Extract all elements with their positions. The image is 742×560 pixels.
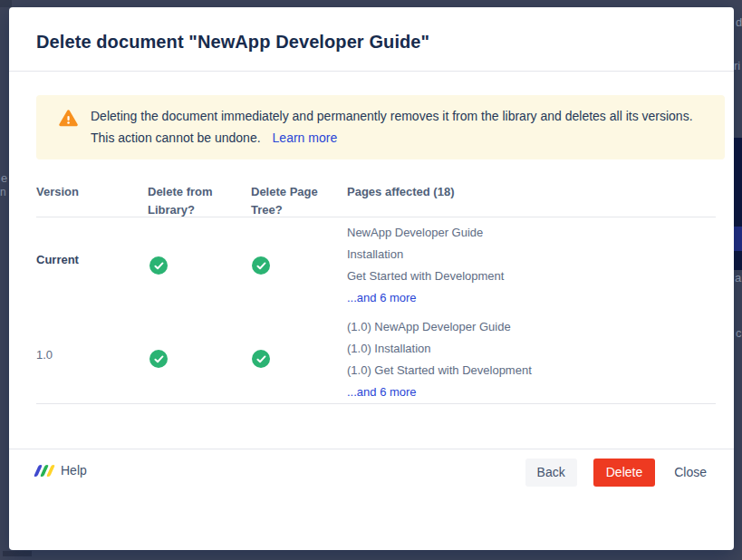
check-icon: [149, 256, 168, 275]
backdrop-text-fragment: a: [735, 272, 741, 284]
dialog-title: Delete document "NewApp Developer Guide": [36, 32, 429, 53]
table-header-divider: [36, 217, 716, 217]
check-icon: [149, 350, 168, 368]
backdrop-panel: [734, 138, 742, 227]
backdrop-panel: [3, 551, 32, 556]
backdrop-panel: [734, 251, 742, 270]
affected-page-link[interactable]: (1.0) Installation: [347, 343, 431, 355]
help-button[interactable]: Help: [36, 463, 87, 478]
table-bottom-divider: [36, 403, 716, 404]
footer-divider: [9, 449, 734, 449]
column-header-pages-affected: Pages affected (18): [347, 183, 455, 201]
warning-message: Deleting the document immediately and pe…: [91, 109, 693, 145]
column-header-delete-from-library: Delete from Library?: [148, 183, 227, 219]
back-button[interactable]: Back: [525, 459, 577, 487]
backdrop-text-fragment: ri: [734, 60, 740, 72]
backdrop-panel: [734, 227, 742, 251]
footer-actions: Back Delete Close: [525, 459, 707, 487]
column-header-version: Version: [36, 183, 79, 201]
delete-button[interactable]: Delete: [593, 459, 655, 487]
column-header-delete-page-tree: Delete Page Tree?: [251, 183, 327, 219]
header-divider: [9, 71, 734, 72]
affected-page-link[interactable]: Get Started with Development: [347, 270, 504, 283]
show-more-pages-link[interactable]: ...and 6 more: [347, 386, 417, 399]
affected-page-link[interactable]: Installation: [347, 248, 403, 261]
delete-document-dialog: Delete document "NewApp Developer Guide"…: [9, 7, 734, 550]
help-stripes-icon: [36, 464, 53, 477]
help-label: Help: [61, 463, 87, 478]
backdrop-text-fragment: e: [1, 172, 7, 184]
check-icon: [252, 350, 270, 368]
warning-text: Deleting the document immediately and pe…: [91, 105, 718, 149]
backdrop-panel: [0, 0, 12, 7]
affected-page-link[interactable]: (1.0) NewApp Developer Guide: [347, 321, 511, 333]
backdrop-text-fragment: d: [736, 16, 742, 28]
warning-triangle-icon: [59, 109, 78, 128]
warning-banner: Deleting the document immediately and pe…: [36, 95, 725, 159]
backdrop-text-fragment: c: [736, 327, 742, 339]
affected-page-link[interactable]: (1.0) Get Started with Development: [347, 364, 532, 377]
check-icon: [252, 256, 270, 275]
version-label-current: Current: [36, 254, 79, 266]
show-more-pages-link[interactable]: ...and 6 more: [347, 292, 417, 304]
version-label-1-0: 1.0: [36, 349, 53, 362]
learn-more-link[interactable]: Learn more: [273, 130, 338, 145]
affected-page-link[interactable]: NewApp Developer Guide: [347, 227, 483, 239]
close-button[interactable]: Close: [674, 459, 707, 487]
